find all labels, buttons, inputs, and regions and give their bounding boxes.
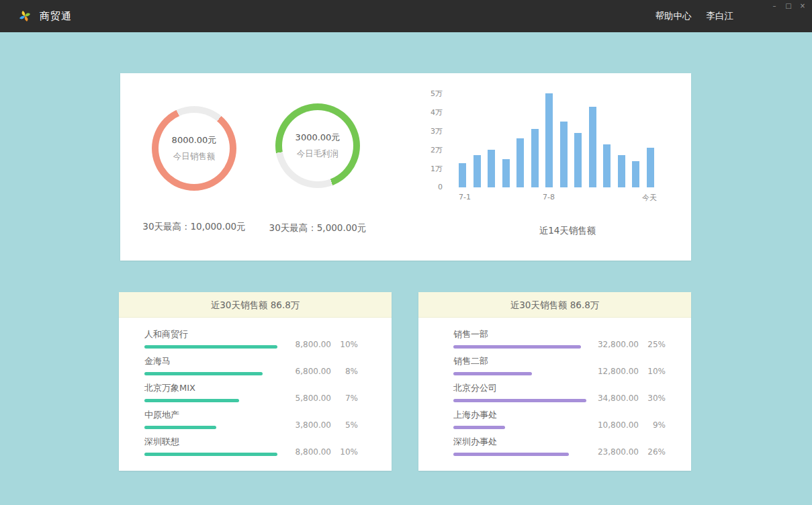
list-item: 北京分公司 34,800.0030%	[453, 382, 691, 409]
today-profit-label: 今日毛利润	[297, 148, 339, 160]
item-value: 32,800.0025%	[594, 340, 666, 349]
sales-bar	[502, 159, 510, 187]
sales-14d-chart: 5万 4万 3万 2万 1万 0 7-1 7-8 今天	[424, 93, 657, 203]
list-item: 人和商贸行 8,800.0010%	[144, 328, 392, 355]
item-bar	[144, 372, 263, 375]
departments-card: 近30天销售额 86.8万 销售一部 32,800.0025% 销售二部 12,…	[418, 292, 691, 471]
maximize-icon[interactable]: □	[784, 1, 793, 11]
item-bar	[453, 453, 569, 456]
sales-30d-max: 30天最高：10,000.00元	[130, 221, 258, 233]
y-tick: 1万	[431, 164, 443, 174]
sales-bar	[473, 155, 481, 187]
item-value: 6,800.008%	[287, 367, 358, 376]
sales-bar	[589, 107, 596, 187]
today-profit-value: 3000.00元	[296, 132, 341, 144]
window-controls: – □ ×	[770, 1, 807, 11]
sales-bar	[516, 138, 524, 187]
sales-bar	[488, 150, 495, 187]
item-bar	[144, 345, 277, 349]
list-item: 北京万象MIX 5,800.007%	[144, 382, 392, 409]
item-bar	[144, 399, 239, 402]
x-tick: 7-8	[543, 193, 555, 201]
item-bar	[453, 345, 581, 349]
app-title: 商贸通	[40, 10, 72, 23]
help-center-link[interactable]: 帮助中心	[656, 10, 692, 22]
item-name: 金海马	[144, 355, 392, 367]
item-name: 人和商贸行	[144, 328, 392, 340]
y-tick: 4万	[431, 107, 443, 118]
item-name: 深圳办事处	[453, 436, 691, 448]
close-icon[interactable]: ×	[799, 1, 807, 11]
sales-bar	[647, 148, 654, 187]
user-menu[interactable]: 李白江	[707, 10, 734, 22]
y-tick: 0	[438, 183, 443, 191]
item-value: 3,800.005%	[287, 420, 358, 430]
list-item: 上海办事处 10,800.009%	[453, 409, 691, 436]
item-name: 销售一部	[453, 328, 691, 340]
sales-bar	[560, 122, 568, 187]
profit-30d-max: 30天最高：5,000.00元	[254, 222, 381, 234]
y-tick: 2万	[431, 145, 443, 155]
item-bar	[453, 372, 532, 375]
departments-rows: 销售一部 32,800.0025% 销售二部 12,800.0010% 北京分公…	[418, 318, 691, 463]
sales-bar	[632, 161, 639, 187]
item-bar	[453, 399, 586, 402]
item-name: 上海办事处	[453, 409, 691, 421]
x-axis: 7-1 7-8 今天	[459, 193, 657, 203]
y-tick: 3万	[431, 126, 443, 136]
sales-bars	[459, 93, 657, 187]
today-sales-value: 8000.00元	[172, 134, 217, 146]
customers-card: 近30天销售额 86.8万 人和商贸行 8,800.0010% 金海马 6,80…	[119, 292, 392, 471]
item-value: 34,800.0030%	[594, 394, 666, 403]
y-tick: 5万	[431, 89, 443, 99]
item-value: 5,800.007%	[287, 394, 358, 403]
sales-bar	[531, 129, 539, 187]
item-name: 北京分公司	[453, 382, 691, 394]
item-bar	[453, 426, 505, 429]
y-axis: 5万 4万 3万 2万 1万 0	[424, 89, 443, 191]
departments-card-title: 近30天销售额 86.8万	[418, 292, 691, 318]
top-nav: 帮助中心 李白江	[656, 0, 734, 32]
sales-bar	[618, 155, 625, 187]
item-value: 8,800.0010%	[287, 340, 358, 349]
today-profit-ring-center: 3000.00元 今日毛利润	[282, 110, 353, 181]
today-profit-ring: 3000.00元 今日毛利润	[275, 103, 360, 188]
list-item: 金海马 6,800.008%	[144, 355, 392, 382]
chart-caption: 近14天销售额	[469, 225, 666, 237]
sales-bar	[459, 163, 466, 187]
item-name: 深圳联想	[144, 436, 392, 448]
summary-card: 8000.00元 今日销售额 30天最高：10,000.00元 3000.00元…	[120, 73, 691, 261]
item-name: 中原地产	[144, 409, 392, 421]
item-name: 销售二部	[453, 355, 691, 367]
customers-rows: 人和商贸行 8,800.0010% 金海马 6,800.008% 北京万象MIX…	[119, 318, 392, 463]
item-bar	[144, 426, 216, 429]
item-value: 8,800.0010%	[287, 447, 358, 457]
minimize-icon[interactable]: –	[770, 1, 778, 11]
brand: 商贸通	[17, 0, 72, 32]
pinwheel-logo-icon	[17, 9, 32, 24]
list-item: 销售二部 12,800.0010%	[453, 355, 691, 382]
item-value: 23,800.0026%	[594, 447, 666, 457]
sales-bar	[545, 93, 553, 187]
app-window: – □ × 商贸通 帮助中心 李白江 8000.00元 今日	[0, 0, 812, 505]
sales-bar	[603, 144, 611, 187]
list-item: 深圳联想 8,800.0010%	[144, 436, 392, 463]
today-sales-ring: 8000.00元 今日销售额	[152, 106, 236, 191]
x-tick: 7-1	[459, 193, 471, 201]
list-item: 销售一部 32,800.0025%	[453, 328, 691, 355]
titlebar: – □ × 商贸通 帮助中心 李白江	[0, 0, 812, 32]
list-item: 中原地产 3,800.005%	[144, 409, 392, 436]
today-sales-ring-center: 8000.00元 今日销售额	[159, 113, 230, 184]
item-value: 10,800.009%	[594, 420, 666, 430]
list-item: 深圳办事处 23,800.0026%	[453, 436, 691, 463]
customers-card-title: 近30天销售额 86.8万	[119, 292, 392, 318]
item-name: 北京万象MIX	[144, 382, 392, 394]
today-sales-label: 今日销售额	[173, 151, 216, 163]
x-tick: 今天	[642, 193, 657, 203]
sales-bar	[574, 133, 582, 187]
item-value: 12,800.0010%	[594, 367, 666, 376]
item-bar	[144, 453, 277, 456]
